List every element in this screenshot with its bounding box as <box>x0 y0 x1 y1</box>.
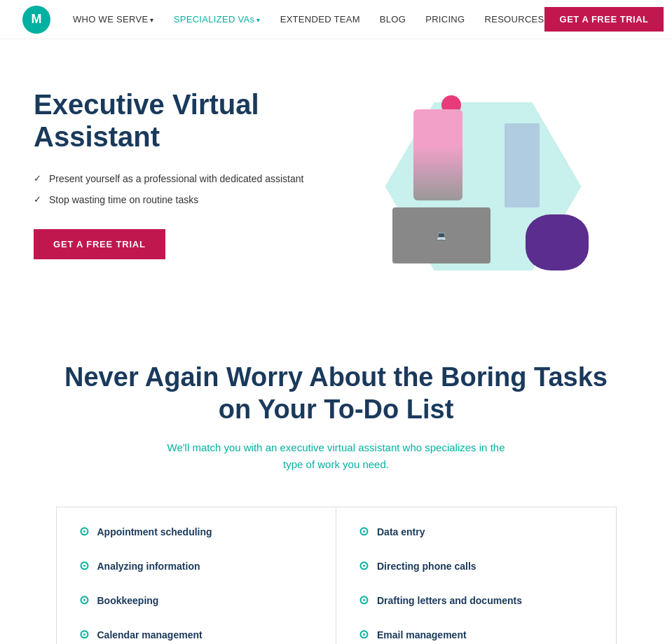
nav-who-we-serve[interactable]: WHO WE SERVE <box>73 14 154 25</box>
nav-resources[interactable]: RESOURCES <box>484 14 544 25</box>
task-item: ⊙ Appointment scheduling <box>57 514 336 549</box>
nav-specialized-vas[interactable]: SPECIALIZED VAs <box>174 14 261 25</box>
person-illustration <box>413 109 462 200</box>
task-label: Bookkeeping <box>97 595 159 606</box>
check-icon: ⊙ <box>79 627 89 642</box>
task-label: Directing phone calls <box>377 561 476 572</box>
task-item: ⊙ Analyzing information <box>57 549 336 583</box>
check-icon: ⊙ <box>79 524 89 539</box>
hero-illustration: 💻 <box>371 88 596 285</box>
task-item: ⊙ Drafting letters and documents <box>336 583 616 617</box>
section-subtitle: We'll match you with an executive virtua… <box>161 439 512 473</box>
tasks-right-column: ⊙ Data entry ⊙ Directing phone calls ⊙ D… <box>336 507 616 644</box>
task-item: ⊙ Directing phone calls <box>336 549 616 583</box>
tasks-container: ⊙ Appointment scheduling ⊙ Analyzing inf… <box>56 507 617 644</box>
nav-pricing[interactable]: PRICING <box>425 14 465 25</box>
task-label: Calendar management <box>97 629 203 640</box>
nav-links: WHO WE SERVE SPECIALIZED VAs EXTENDED TE… <box>73 14 544 25</box>
nav-cta-button[interactable]: GET A FREE TRIAL <box>544 7 664 32</box>
check-icon: ⊙ <box>359 524 369 539</box>
nav-blog[interactable]: BLOG <box>380 14 406 25</box>
laptop-illustration: 💻 <box>392 207 491 263</box>
task-item: ⊙ Calendar management <box>57 617 336 644</box>
navbar: M WHO WE SERVE SPECIALIZED VAs EXTENDED … <box>0 0 672 39</box>
hero-cta-button[interactable]: GET A FREE TRIAL <box>34 229 165 259</box>
task-item: ⊙ Bookkeeping <box>57 583 336 617</box>
hero-bullet-1: Present yourself as a professional with … <box>34 172 328 186</box>
task-item: ⊙ Data entry <box>336 514 616 549</box>
tasks-left-column: ⊙ Appointment scheduling ⊙ Analyzing inf… <box>57 507 337 644</box>
purple-circle-decoration <box>526 214 589 270</box>
boring-tasks-section: Never Again Worry About the Boring Tasks… <box>0 320 672 644</box>
hero-illustration-area: 💻 <box>328 81 638 292</box>
task-label: Drafting letters and documents <box>377 595 522 606</box>
check-icon: ⊙ <box>359 627 369 642</box>
task-item: ⊙ Email management <box>336 617 616 644</box>
check-icon: ⊙ <box>79 593 89 608</box>
task-label: Appointment scheduling <box>97 526 212 537</box>
building-illustration <box>505 123 540 207</box>
nav-extended-team[interactable]: EXTENDED TEAM <box>280 14 360 25</box>
hero-title: Executive Virtual Assistant <box>34 88 328 153</box>
logo[interactable]: M <box>22 6 50 34</box>
section-heading: Never Again Worry About the Boring Tasks… <box>63 362 610 425</box>
hero-bullet-list: Present yourself as a professional with … <box>34 172 328 207</box>
hero-section: Executive Virtual Assistant Present your… <box>0 39 672 320</box>
task-label: Email management <box>377 629 467 640</box>
check-icon: ⊙ <box>79 559 89 573</box>
task-label: Data entry <box>377 526 425 537</box>
hero-bullet-2: Stop wasting time on routine tasks <box>34 193 328 207</box>
hero-content: Executive Virtual Assistant Present your… <box>34 81 328 259</box>
task-label: Analyzing information <box>97 561 200 572</box>
check-icon: ⊙ <box>359 593 369 608</box>
check-icon: ⊙ <box>359 559 369 573</box>
